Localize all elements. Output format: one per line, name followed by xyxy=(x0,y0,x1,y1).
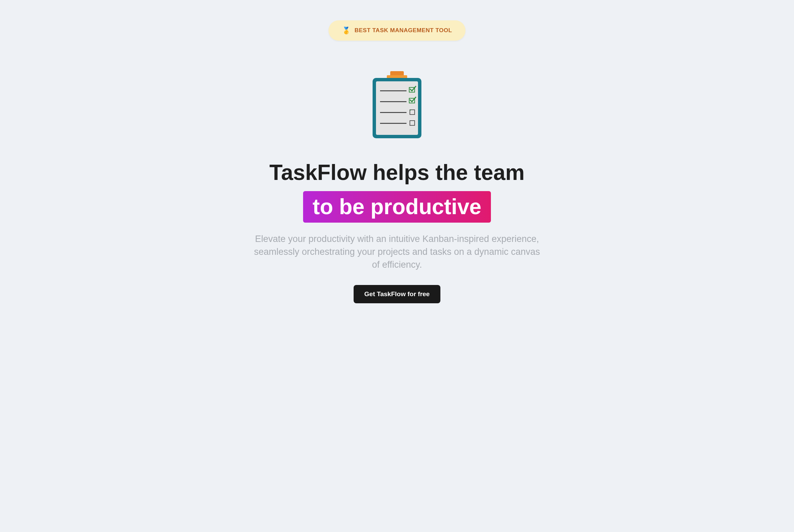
headline-line2: to be productive xyxy=(303,191,491,223)
medal-icon: 🥇 xyxy=(342,26,351,35)
headline-line1: TaskFlow helps the team xyxy=(270,160,525,184)
svg-rect-3 xyxy=(376,81,418,135)
headline: TaskFlow helps the team to be productive xyxy=(270,160,525,223)
badge-text: BEST TASK MANAGEMENT TOOL xyxy=(355,27,452,34)
clipboard-illustration xyxy=(370,71,424,140)
subtitle: Elevate your productivity with an intuit… xyxy=(253,233,541,271)
clipboard-icon xyxy=(370,71,424,139)
cta-button[interactable]: Get TaskFlow for free xyxy=(354,285,441,303)
award-badge: 🥇 BEST TASK MANAGEMENT TOOL xyxy=(329,20,466,41)
